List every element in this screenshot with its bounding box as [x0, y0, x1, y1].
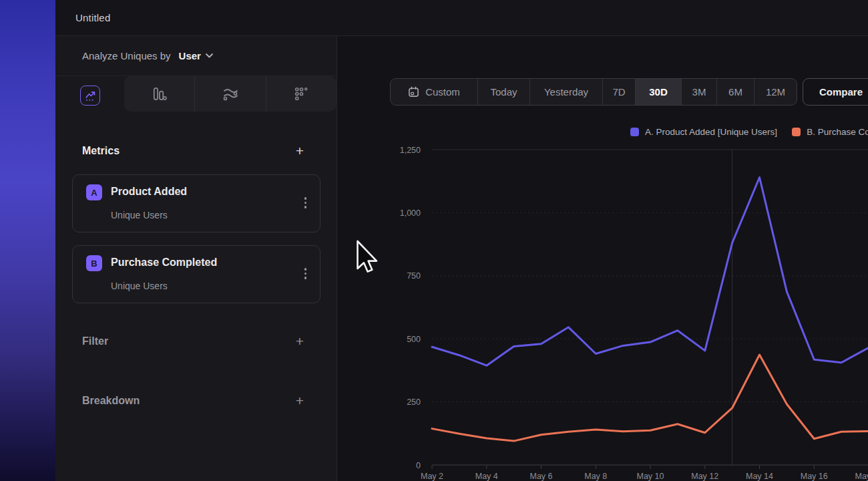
bar-chart-icon [151, 86, 168, 102]
range-label: 6M [728, 86, 742, 98]
query-builder-sidebar: Analyze Uniques by User [55, 36, 337, 481]
chart-legend: A. Product Added [Unique Users]B. Purcha… [630, 127, 868, 137]
range-label: 7D [612, 86, 625, 98]
tab-bar-chart[interactable] [124, 76, 194, 112]
mouse-cursor [356, 240, 379, 275]
kebab-menu-icon[interactable] [302, 194, 310, 211]
chevron-down-icon [206, 53, 213, 58]
range-label: 30D [649, 86, 668, 98]
date-range-segmented-control: CustomTodayYesterday7D30D3M6M12M [390, 78, 797, 106]
range-yesterday[interactable]: Yesterday [529, 79, 602, 105]
range-label: 3M [692, 86, 706, 98]
report-title[interactable]: Untitled [75, 12, 110, 23]
add-breakdown-button[interactable]: + [292, 393, 307, 408]
range-30d[interactable]: 30D [635, 79, 681, 105]
metric-name: Product Added [111, 186, 187, 198]
legend-item[interactable]: B. Purchase Completed [Unique Users] [792, 127, 868, 137]
metrics-heading: Metrics [82, 145, 120, 157]
range-7d[interactable]: 7D [602, 79, 635, 105]
grid-dots-icon [293, 86, 310, 102]
chart-type-tabs [55, 76, 337, 112]
range-3m[interactable]: 3M [681, 79, 716, 105]
filter-heading: Filter [82, 335, 108, 347]
range-6m[interactable]: 6M [716, 79, 754, 105]
metric-card-b[interactable]: B Purchase Completed Unique Users [72, 245, 320, 303]
add-metric-button[interactable]: + [292, 144, 307, 158]
legend-swatch [792, 128, 801, 136]
tab-grid-retention[interactable] [266, 76, 337, 112]
range-today[interactable]: Today [477, 79, 529, 105]
range-label: Yesterday [544, 86, 588, 98]
analytics-app-window: Untitled Analyze Uniques by User [0, 0, 868, 481]
metric-name: Purchase Completed [111, 257, 217, 269]
metric-subtitle[interactable]: Unique Users [111, 281, 168, 291]
metric-card-a[interactable]: A Product Added Unique Users [72, 174, 320, 232]
tab-line-chart[interactable] [80, 86, 100, 106]
kebab-menu-icon[interactable] [302, 265, 310, 282]
legend-label: B. Purchase Completed [Unique Users] [807, 127, 868, 137]
analyze-by-label: Analyze Uniques by [82, 50, 171, 61]
compare-button[interactable]: Compare [803, 78, 868, 106]
line-chart-icon [84, 90, 97, 102]
background-gradient-strip [0, 0, 55, 481]
analyze-by-dropdown[interactable]: User [179, 50, 213, 61]
metric-subtitle[interactable]: Unique Users [111, 210, 168, 220]
flow-chart-icon [222, 86, 239, 103]
chart-type-tab-group [124, 76, 337, 112]
range-label: 12M [766, 86, 785, 98]
breakdown-heading: Breakdown [82, 395, 140, 407]
range-label: Today [490, 86, 517, 98]
legend-item[interactable]: A. Product Added [Unique Users] [630, 127, 777, 137]
legend-swatch [630, 128, 639, 136]
range-label: Custom [425, 86, 460, 98]
range-12m[interactable]: 12M [754, 79, 797, 105]
analyze-by-row: Analyze Uniques by User [55, 36, 337, 76]
legend-label: A. Product Added [Unique Users] [645, 127, 777, 137]
calendar-icon [408, 86, 419, 98]
analyze-by-value: User [179, 50, 201, 61]
tab-flow-chart[interactable] [194, 76, 265, 112]
metric-badge-a: A [86, 184, 102, 200]
add-filter-button[interactable]: + [292, 334, 307, 349]
top-bar: Untitled [55, 0, 868, 36]
range-custom[interactable]: Custom [391, 79, 477, 105]
metric-badge-b: B [86, 255, 102, 271]
